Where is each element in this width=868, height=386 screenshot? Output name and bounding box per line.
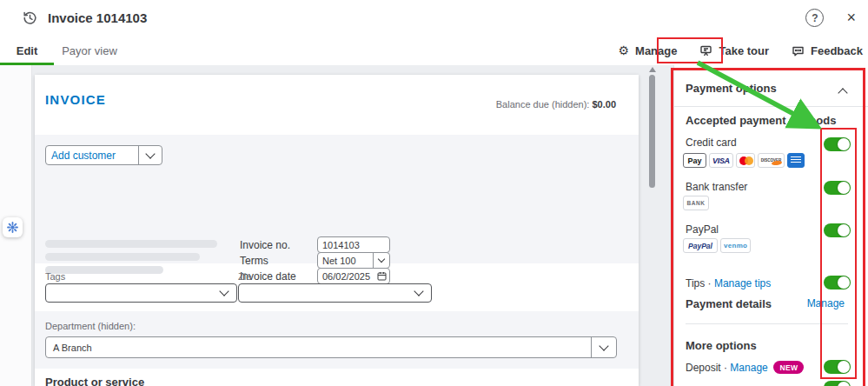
add-customer-label: Add customer bbox=[46, 150, 138, 162]
invoice-no-label: Invoice no. bbox=[240, 239, 290, 251]
feedback-icon bbox=[792, 44, 805, 57]
visa-badge: VISA bbox=[709, 153, 733, 168]
department-label: Department (hidden): bbox=[45, 321, 136, 331]
department-value: A Branch bbox=[46, 343, 591, 353]
window-header: Invoice 1014103 ? × bbox=[0, 0, 868, 37]
invoice-no-input[interactable] bbox=[317, 236, 390, 253]
chevron-down-icon bbox=[374, 260, 389, 262]
payment-options-panel: Payment options Accepted payment methods… bbox=[673, 65, 868, 386]
tags-label: Tags bbox=[45, 271, 65, 282]
divider bbox=[674, 106, 868, 107]
terms-select[interactable]: Net 100 bbox=[317, 252, 390, 269]
mastercard-badge bbox=[736, 153, 755, 168]
payment-options-title: Payment options bbox=[686, 82, 777, 95]
tab-bar: Edit Payor view ⚙ Manage Take tour bbox=[0, 36, 868, 66]
discover-swoosh bbox=[772, 160, 783, 166]
zie-label: Zie bbox=[238, 271, 251, 282]
invoice-editor-window: Invoice 1014103 ? × Edit Payor view ⚙ Ma… bbox=[0, 0, 868, 386]
balance-due: Balance due (hidden): $0.00 bbox=[496, 99, 616, 110]
paypal-badge: PayPal bbox=[683, 238, 718, 253]
tab-edit-label: Edit bbox=[17, 44, 38, 57]
manage-button[interactable]: ⚙ Manage bbox=[618, 43, 677, 57]
manage-label: Manage bbox=[635, 44, 677, 57]
close-icon[interactable]: × bbox=[846, 9, 856, 27]
scrollbar[interactable] bbox=[649, 75, 655, 188]
settings-widget-icon bbox=[7, 222, 18, 233]
mastercard-orange-circle bbox=[745, 156, 753, 165]
department-dropdown[interactable]: A Branch bbox=[45, 336, 617, 358]
toolbar-actions: ⚙ Manage Take tour Feedback bbox=[618, 36, 863, 65]
accessibility-widget-button[interactable] bbox=[3, 217, 23, 237]
deposit-row: Deposit · Manage NEW bbox=[686, 361, 804, 374]
invoice-date-value: 06/02/2025 bbox=[318, 271, 377, 282]
skeleton-line bbox=[45, 253, 200, 261]
credit-card-toggle[interactable] bbox=[824, 137, 851, 151]
applepay-badge: Pay bbox=[683, 153, 706, 168]
tips-label: Tips · bbox=[686, 277, 714, 290]
deposit-label: Deposit · bbox=[686, 362, 730, 374]
paypal-toggle[interactable] bbox=[824, 223, 851, 237]
skeleton-line bbox=[45, 240, 217, 248]
calendar-icon[interactable] bbox=[377, 271, 387, 281]
tips-toggle[interactable] bbox=[824, 276, 851, 290]
help-icon[interactable]: ? bbox=[805, 9, 824, 27]
add-customer-dropdown[interactable]: Add customer bbox=[45, 145, 162, 165]
invoice-no-value[interactable] bbox=[318, 240, 389, 250]
invoice-heading: INVOICE bbox=[45, 92, 106, 107]
tab-payor-view-label: Payor view bbox=[62, 44, 117, 57]
tags-dropdown[interactable] bbox=[45, 283, 237, 303]
applepay-label: Pay bbox=[687, 156, 701, 165]
bank-badges: BANK bbox=[683, 196, 709, 210]
tab-payor-view[interactable]: Payor view bbox=[61, 36, 118, 65]
chevron-down-icon bbox=[219, 286, 229, 296]
tab-edit[interactable]: Edit bbox=[0, 36, 54, 65]
partial-bottom-toggle[interactable] bbox=[824, 381, 851, 386]
gear-icon: ⚙ bbox=[618, 43, 629, 57]
new-badge: NEW bbox=[773, 361, 804, 374]
zie-dropdown[interactable] bbox=[238, 283, 432, 303]
terms-label: Terms bbox=[240, 255, 268, 267]
card-badges: Pay VISA DISCOVER bbox=[683, 153, 805, 168]
department-section: Department (hidden): A Branch bbox=[35, 311, 639, 369]
bank-transfer-label: Bank transfer bbox=[686, 181, 747, 193]
amex-badge bbox=[787, 153, 805, 168]
chevron-down-icon bbox=[592, 346, 616, 349]
terms-value: Net 100 bbox=[318, 256, 373, 266]
payment-details-heading: Payment details bbox=[686, 297, 772, 310]
bank-badge: BANK bbox=[683, 196, 709, 210]
chevron-down-icon bbox=[414, 286, 423, 296]
bank-transfer-toggle[interactable] bbox=[824, 181, 851, 195]
take-tour-button[interactable]: Take tour bbox=[699, 44, 769, 57]
balance-due-label: Balance due (hidden): bbox=[496, 99, 593, 110]
scrollbar-up-arrow[interactable] bbox=[649, 67, 656, 72]
deposit-toggle[interactable] bbox=[824, 360, 851, 374]
manage-tips-link[interactable]: Manage tips bbox=[714, 277, 771, 290]
discover-badge: DISCOVER bbox=[758, 153, 785, 168]
customer-section: Add customer Invoice no. Terms Net 100 I… bbox=[35, 135, 639, 263]
amex-pattern bbox=[791, 156, 801, 164]
deposit-manage-link[interactable]: Manage bbox=[730, 362, 767, 374]
history-icon[interactable] bbox=[23, 10, 37, 25]
invoice-form: INVOICE Balance due (hidden): $0.00 Add … bbox=[35, 75, 639, 386]
credit-card-label: Credit card bbox=[686, 136, 737, 149]
feedback-button[interactable]: Feedback bbox=[792, 44, 863, 57]
chevron-down-icon bbox=[139, 154, 162, 157]
payment-details-manage-link[interactable]: Manage bbox=[807, 297, 845, 309]
feedback-label: Feedback bbox=[811, 44, 863, 57]
paypal-label: PayPal bbox=[686, 223, 719, 236]
tour-icon bbox=[699, 44, 712, 57]
balance-due-value: $0.00 bbox=[592, 99, 616, 110]
take-tour-label: Take tour bbox=[719, 44, 769, 57]
accepted-methods-heading: Accepted payment methods bbox=[686, 114, 836, 127]
chevron-up-icon[interactable] bbox=[838, 88, 847, 97]
venmo-badge: venmo bbox=[720, 238, 751, 253]
invoice-date-input[interactable]: 06/02/2025 bbox=[317, 268, 390, 284]
tips-row: Tips · Manage tips bbox=[686, 277, 771, 290]
page-title: Invoice 1014103 bbox=[48, 10, 147, 25]
more-options-heading: More options bbox=[686, 339, 757, 352]
divider bbox=[686, 323, 848, 324]
paypal-badges: PayPal venmo bbox=[683, 238, 751, 253]
product-service-heading: Product or service bbox=[45, 376, 144, 386]
